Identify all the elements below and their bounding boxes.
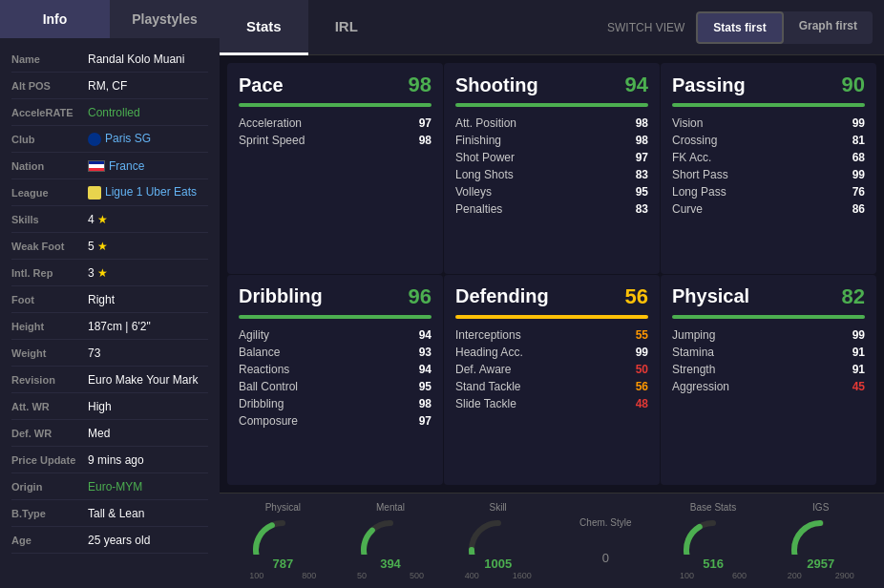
info-row-label: Intl. Rep [11,267,88,279]
stat-name: Long Shots [455,168,514,181]
stats-first-button[interactable]: Stats first [696,11,783,44]
stat-row: Long Pass76 [672,183,865,200]
section-score: 82 [842,284,865,309]
info-row-label: Weak Foot [11,241,88,252]
info-row: Skills4 ★ [11,206,208,233]
stat-row: Aggression45 [672,378,865,395]
section-title: Physical [672,285,749,307]
info-row-value: 73 [88,346,100,360]
stat-row: Curve86 [672,200,865,218]
stat-name: Penalties [455,202,502,216]
section-score: 96 [409,284,431,309]
info-row: B.TypeTall & Lean [11,500,208,527]
info-row: Intl. Rep3 ★ [11,260,208,286]
stat-value: 48 [636,397,648,410]
gauge-value: 394 [380,556,401,571]
stat-row: Vision99 [672,115,865,132]
info-row: Age25 years old [11,527,208,554]
gauge-label: Physical [265,502,301,513]
gauge-range: 2002900 [788,571,854,580]
stat-name: Balance [239,346,280,359]
stat-row: Strength91 [672,361,865,378]
gauge-value: 1005 [484,556,512,571]
info-row-value: France [88,159,144,173]
tab-info[interactable]: Info [0,0,110,38]
section-header: Passing90 [672,73,865,97]
gauge-container [680,516,747,555]
section-title: Shooting [455,74,538,96]
info-row-value: 9 mins ago [88,453,144,467]
section-header: Pace98 [239,73,431,97]
stat-value: 86 [852,202,865,216]
info-row-value: High [88,400,112,413]
info-row-value: Euro Make Your Mark [88,373,198,387]
section-defending: Defending56Interceptions55Heading Acc.99… [444,275,660,486]
stat-row: Short Pass99 [672,166,865,183]
tab-stats[interactable]: Stats [220,0,308,55]
info-row: ClubParis SG [11,126,208,153]
stat-value: 45 [852,380,865,393]
info-row-label: Club [11,134,88,145]
info-row: Def. WRMed [11,420,208,447]
stat-value: 83 [636,168,648,181]
section-score: 56 [625,284,648,309]
info-row-label: Foot [11,294,88,305]
info-row: Price Update9 mins ago [11,447,208,473]
stat-value: 95 [419,380,431,393]
gauge-container [249,516,316,555]
section-physical: Physical82Jumping99Stamina91Strength91Ag… [661,275,876,486]
stat-row: Acceleration97 [239,115,431,132]
stat-name: Curve [672,202,703,216]
info-row-value: 3 ★ [88,266,108,280]
stat-row: Penalties83 [455,200,648,218]
info-row: AcceleRATEControlled [11,99,208,126]
section-header: Physical82 [672,284,865,309]
gauge-range: 100600 [680,571,747,580]
stat-name: Long Pass [672,185,726,199]
stat-name: Vision [672,116,703,130]
gauge-physical: Physical787100800 [239,502,327,580]
gauge-mental: Mental39450500 [347,502,435,580]
stat-name: Jumping [672,328,715,342]
section-title: Defending [455,285,549,307]
stat-name: Aggression [672,380,729,393]
stat-value: 98 [636,116,648,130]
main-tabs: Stats IRL [220,0,385,55]
gauge-label: Skill [490,502,507,513]
info-table: NameRandal Kolo MuaniAlt POSRM, CFAccele… [0,38,220,588]
stat-name: Stamina [672,346,714,359]
gauge-label: Base Stats [690,502,736,513]
tab-irl[interactable]: IRL [308,0,385,55]
gauge-svg [680,516,747,555]
gauge-range: 50500 [357,571,424,580]
stat-name: Agility [239,328,269,342]
info-row-value: Controlled [88,106,140,119]
info-row-label: Age [11,535,88,546]
stat-value: 55 [636,328,648,342]
section-header: Dribbling96 [239,284,431,309]
section-score: 90 [842,73,865,97]
info-row-value: RM, CF [88,79,127,93]
info-row: NationFrance [11,153,208,179]
gauge-value: 516 [703,556,724,571]
gauge-container [465,516,532,555]
info-row-value: 187cm | 6'2" [88,320,151,333]
graph-first-button[interactable]: Graph first [784,11,873,44]
section-score: 94 [625,73,648,97]
tab-playstyles[interactable]: Playstyles [110,0,220,38]
left-tabs: Info Playstyles [0,0,220,38]
stat-name: Reactions [239,363,289,376]
right-panel: Stats IRL SWITCH VIEW Stats first Graph … [220,0,884,588]
stat-name: Heading Acc. [455,346,523,359]
info-row-label: B.Type [11,508,88,519]
gauge-label: IGS [812,502,829,513]
section-shooting: Shooting94Att. Position98Finishing98Shot… [444,63,660,274]
info-row: Weak Foot5 ★ [11,233,208,260]
gauge-svg [249,516,316,555]
gauge-zero: 0 [602,551,609,565]
section-pace: Pace98Acceleration97Sprint Speed98 [227,63,443,274]
stat-name: Interceptions [455,328,521,342]
info-row: Alt POSRM, CF [11,73,208,99]
section-score: 98 [409,73,431,97]
section-bar [239,103,431,107]
